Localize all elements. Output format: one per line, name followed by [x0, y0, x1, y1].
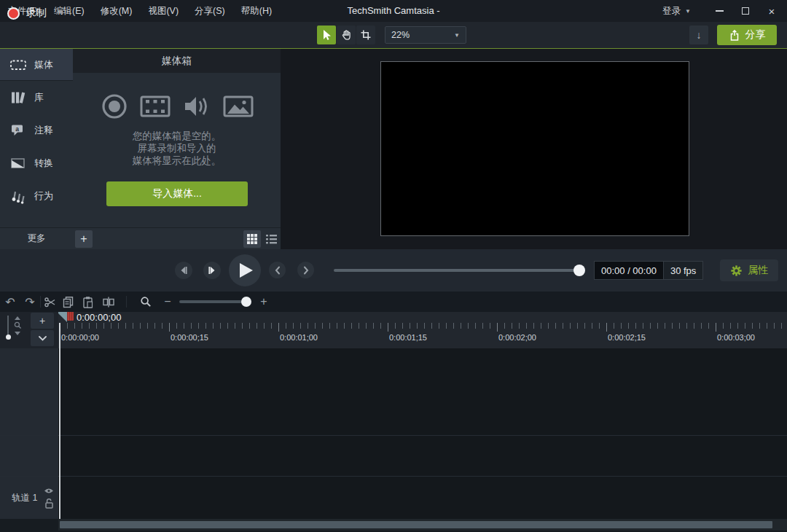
playhead-line[interactable] — [59, 323, 60, 519]
sidebar-more-button[interactable]: 更多 — [0, 227, 73, 249]
add-track-button[interactable]: + — [31, 313, 54, 329]
ruler-major-tick — [169, 323, 170, 332]
hand-icon — [340, 29, 352, 41]
timeline-zoom-track[interactable] — [179, 300, 246, 303]
sidebar-item-label: 行为 — [34, 189, 53, 203]
properties-button[interactable]: 属性 — [720, 259, 778, 281]
grid-view-icon — [247, 234, 257, 244]
pan-tool-button[interactable] — [337, 26, 356, 44]
split-button[interactable] — [99, 292, 118, 312]
undo-button[interactable]: ↶ — [1, 292, 20, 312]
playhead-out-handle[interactable] — [67, 312, 74, 321]
timeline-zoom-button[interactable] — [136, 292, 155, 312]
camtasia-window: 文件(F) 编辑(E) 修改(M) 视图(V) 分享(S) 帮助(H) Tech… — [0, 0, 787, 532]
cut-button[interactable] — [40, 292, 59, 312]
sidebar-item-media[interactable]: 媒体 — [0, 49, 73, 81]
magnifier-icon — [140, 296, 152, 308]
library-icon — [9, 90, 27, 106]
tools-sidebar: 媒体 库 a 注释 转换 — [0, 49, 73, 227]
current-time: 00:00 / 00:00 — [595, 262, 663, 279]
sidebar-item-label: 转换 — [34, 157, 53, 170]
maximize-icon — [742, 7, 749, 15]
previous-frame-button[interactable] — [175, 262, 192, 279]
zoom-in-button[interactable]: + — [254, 292, 273, 312]
track1-name: 轨道 1 — [12, 492, 37, 504]
paste-button[interactable] — [78, 292, 97, 312]
vertical-zoom-in-icon[interactable] — [15, 316, 20, 320]
ruler-label: 0:00:02;15 — [608, 333, 646, 342]
ruler-label: 0:00:00;00 — [61, 333, 99, 342]
menu-share[interactable]: 分享(S) — [187, 0, 233, 22]
track-divider — [0, 476, 787, 477]
plus-icon: + — [39, 315, 45, 326]
share-button[interactable]: 分享 — [717, 25, 777, 45]
jump-back-button[interactable] — [269, 262, 286, 278]
share-label: 分享 — [745, 28, 766, 42]
play-button[interactable] — [229, 254, 261, 286]
time-display: 00:00 / 00:00 30 fps — [594, 261, 703, 280]
download-button[interactable]: ↓ — [689, 26, 708, 44]
timeline-zoom-handle[interactable] — [241, 297, 251, 307]
playhead-in-handle[interactable] — [58, 312, 67, 322]
copy-button[interactable] — [58, 292, 77, 312]
empty-line-1: 您的媒体箱是空的。 — [73, 130, 281, 142]
playback-scrub-track[interactable] — [334, 269, 582, 272]
close-button[interactable]: × — [759, 0, 784, 22]
image-icon — [222, 92, 254, 121]
media-bin-footer: + — [73, 227, 281, 249]
cursor-tool-button[interactable] — [317, 26, 336, 44]
canvas-workspace — [281, 49, 787, 249]
preview-canvas[interactable] — [380, 61, 689, 236]
chevron-down-icon: ▼ — [685, 8, 691, 15]
import-media-button[interactable]: 导入媒体... — [106, 181, 248, 206]
menu-view[interactable]: 视图(V) — [140, 0, 187, 22]
step-forward-button[interactable] — [203, 262, 221, 279]
record-icon — [7, 7, 20, 20]
track-options-button[interactable] — [31, 330, 54, 346]
minimize-icon — [716, 10, 724, 12]
timeline-ruler[interactable]: 0:00:00;00 0:00:00;15 0:00:01;00 0:00:01… — [58, 312, 787, 348]
track-height-slider-handle[interactable] — [6, 335, 11, 340]
sidebar-item-label: 注释 — [34, 124, 53, 137]
track1-header[interactable]: 轨道 1 — [0, 476, 58, 518]
vertical-zoom-out-icon[interactable] — [15, 332, 20, 335]
sign-in-button[interactable]: 登录 ▼ — [662, 0, 691, 22]
sign-in-label: 登录 — [662, 5, 681, 17]
empty-line-2: 屏幕录制和导入的 — [73, 142, 281, 154]
ruler-major-tick — [497, 323, 498, 332]
vertical-magnifier-icon — [14, 321, 22, 329]
share-icon — [729, 29, 740, 42]
track-lock-icon[interactable] — [45, 498, 53, 509]
add-media-button[interactable]: + — [75, 230, 93, 248]
menu-help[interactable]: 帮助(H) — [233, 0, 280, 22]
menu-edit[interactable]: 编辑(E) — [46, 0, 93, 22]
canvas-zoom-select[interactable]: 22% ▼ — [385, 26, 466, 44]
more-label: 更多 — [28, 232, 46, 245]
ruler-major-tick — [606, 323, 607, 332]
canvas-zoom-value: 22% — [391, 30, 410, 40]
record-button[interactable]: 录制 — [4, 2, 50, 24]
media-bin-empty-text: 您的媒体箱是空的。 屏幕录制和导入的 媒体将显示在此处。 — [73, 130, 281, 167]
ruler-label: 0:00:03;00 — [717, 333, 755, 342]
timeline-tracks-area[interactable] — [58, 348, 787, 519]
jump-forward-button[interactable] — [297, 262, 314, 278]
horizontal-scrollbar-thumb[interactable] — [60, 521, 772, 528]
sidebar-item-transitions[interactable]: 转换 — [0, 146, 73, 179]
menu-modify[interactable]: 修改(M) — [93, 0, 141, 22]
zoom-out-button[interactable]: − — [158, 292, 177, 312]
sidebar-item-behaviors[interactable]: 行为 — [0, 179, 73, 212]
maximize-button[interactable] — [733, 0, 758, 22]
chevron-down-icon: ▼ — [454, 32, 460, 39]
redo-button[interactable]: ↷ — [20, 292, 39, 312]
sidebar-item-library[interactable]: 库 — [0, 81, 73, 114]
svg-text:a: a — [15, 125, 19, 132]
track-visibility-eye-icon[interactable] — [44, 488, 54, 494]
chevron-right-icon — [302, 266, 310, 275]
gear-icon — [730, 265, 743, 277]
list-view-button[interactable] — [262, 230, 280, 248]
grid-view-button[interactable] — [243, 230, 261, 248]
playback-scrub-handle[interactable] — [573, 265, 585, 276]
minimize-button[interactable] — [707, 0, 732, 22]
sidebar-item-annotations[interactable]: a 注释 — [0, 114, 73, 146]
crop-tool-button[interactable] — [356, 26, 375, 44]
